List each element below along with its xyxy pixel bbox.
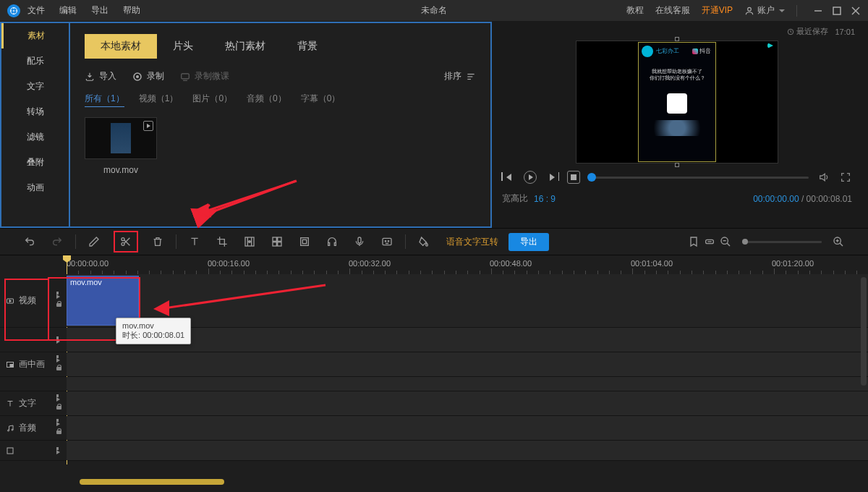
zoom-slider[interactable]: [742, 241, 822, 243]
maximize-button[interactable]: [832, 6, 842, 16]
lock-icon[interactable]: [56, 367, 64, 374]
track-head-pip[interactable]: 画中画: [0, 352, 67, 376]
next-frame-button[interactable]: [545, 171, 558, 184]
track-head-text[interactable]: 文字: [0, 391, 67, 415]
color-button[interactable]: [416, 234, 432, 250]
zoom-out-button[interactable]: [718, 234, 733, 250]
mute-icon[interactable]: [56, 419, 64, 426]
media-thumbnail[interactable]: [85, 117, 157, 159]
title-right: 教程 在线客服 开通VIP 账户: [626, 4, 861, 17]
close-button[interactable]: [851, 6, 861, 16]
track-body[interactable]: [67, 391, 868, 415]
progress-handle[interactable]: [587, 173, 596, 182]
mute-icon[interactable]: [56, 394, 64, 402]
prev-frame-button[interactable]: [502, 171, 515, 184]
scrollbar-thumb[interactable]: [80, 479, 224, 485]
media-tab-background[interactable]: 背景: [281, 34, 333, 59]
menu-edit[interactable]: 编辑: [59, 4, 77, 17]
freeze-button[interactable]: [297, 234, 312, 250]
crop-button[interactable]: [214, 234, 230, 250]
filter-video[interactable]: 视频（1）: [139, 93, 179, 107]
delete-button[interactable]: [150, 234, 166, 250]
dub-button[interactable]: [324, 234, 340, 250]
account-menu[interactable]: 账户: [744, 4, 785, 17]
menu-file[interactable]: 文件: [27, 4, 45, 17]
preview-stage[interactable]: 七彩办工 抖音 我就想帮助老板赚不了 你们打我的没有个什么？: [576, 41, 778, 164]
record-lesson-button[interactable]: 录制微课: [180, 70, 229, 82]
mute-icon[interactable]: [56, 292, 64, 299]
mosaic-button[interactable]: [242, 234, 258, 250]
menu-help[interactable]: 帮助: [123, 4, 140, 17]
cut-button[interactable]: [118, 234, 134, 250]
grid-button[interactable]: [269, 234, 285, 250]
sidebar-item-music[interactable]: 配乐: [1, 48, 69, 74]
video-icon: [6, 297, 14, 305]
marker-button[interactable]: [686, 234, 702, 250]
pen-button[interactable]: [86, 234, 102, 250]
sidebar-item-animation[interactable]: 动画: [1, 175, 69, 200]
menu-bar: 文件 编辑 导出 帮助: [27, 4, 140, 17]
sidebar-item-material[interactable]: 素材: [1, 23, 69, 48]
lock-icon[interactable]: [56, 303, 64, 310]
progress-track[interactable]: [589, 177, 809, 179]
track-body[interactable]: [67, 352, 868, 376]
watermark-text: 七彩办工: [656, 47, 679, 55]
aspect-value[interactable]: 16 : 9: [534, 194, 556, 204]
export-button[interactable]: 导出: [509, 233, 549, 251]
separator: [75, 234, 76, 249]
record-button[interactable]: 录制: [132, 70, 164, 82]
fit-button[interactable]: [702, 234, 718, 250]
resize-handle-top[interactable]: [675, 37, 679, 41]
media-tab-intro[interactable]: 片头: [157, 34, 209, 59]
sort-button[interactable]: 排序: [444, 70, 476, 82]
import-button[interactable]: 导入: [85, 70, 116, 82]
voice-button[interactable]: [352, 234, 367, 250]
text-tool-button[interactable]: [187, 234, 203, 250]
media-tab-local[interactable]: 本地素材: [85, 34, 157, 59]
sidebar-item-filter[interactable]: 滤镜: [1, 124, 69, 150]
zoom-in-button[interactable]: [830, 234, 846, 250]
sidebar-item-text[interactable]: 文字: [1, 74, 69, 99]
track-body-video[interactable]: mov.mov mov.mov 时长: 00:00:08.01: [67, 274, 868, 327]
horizontal-scrollbar[interactable]: [72, 479, 859, 486]
resize-handle-bottom[interactable]: [675, 163, 679, 167]
undo-button[interactable]: [22, 234, 38, 250]
mute-icon[interactable]: [56, 447, 64, 454]
track-body[interactable]: [67, 416, 868, 440]
link-service[interactable]: 在线客服: [655, 4, 690, 17]
minimize-button[interactable]: [813, 6, 823, 16]
lock-icon[interactable]: [56, 430, 64, 438]
filter-audio[interactable]: 音频（0）: [247, 93, 286, 107]
sidebar-item-transition[interactable]: 转场: [1, 99, 69, 124]
track-head-extra[interactable]: [0, 441, 67, 460]
volume-button[interactable]: [817, 171, 830, 184]
lock-icon[interactable]: [56, 406, 64, 413]
track-body[interactable]: [67, 441, 868, 460]
zoom-handle[interactable]: [742, 239, 748, 245]
ruler-label: 00:00:16.00: [208, 259, 250, 268]
svg-rect-35: [383, 238, 391, 245]
media-tab-hot[interactable]: 热门素材: [209, 34, 281, 59]
link-vip[interactable]: 开通VIP: [702, 4, 733, 17]
mute-icon[interactable]: [56, 336, 64, 344]
bucket-icon: [418, 236, 430, 247]
fullscreen-button[interactable]: [839, 171, 852, 184]
track-head-video[interactable]: 视频: [0, 274, 67, 327]
link-tutorial[interactable]: 教程: [626, 4, 644, 17]
filter-subtitle[interactable]: 字幕（0）: [301, 93, 341, 107]
scrollbar-thumb[interactable]: [861, 277, 867, 386]
voice-text-convert-button[interactable]: 语音文字互转: [446, 236, 498, 248]
vertical-scrollbar[interactable]: [861, 277, 867, 478]
filter-all[interactable]: 所有（1）: [85, 93, 124, 107]
filter-image[interactable]: 图片（0）: [192, 93, 232, 107]
mute-icon[interactable]: [56, 355, 64, 362]
menu-export[interactable]: 导出: [91, 4, 109, 17]
track-head-video-sub[interactable]: [0, 328, 67, 352]
redo-button[interactable]: [49, 234, 65, 250]
track-head-audio[interactable]: 音频: [0, 416, 67, 440]
sidebar-item-overlay[interactable]: 叠附: [1, 150, 69, 175]
stop-button[interactable]: [567, 171, 580, 184]
play-button[interactable]: [524, 171, 537, 184]
face-button[interactable]: [379, 234, 395, 250]
timeline-ruler[interactable]: 00:00:00.00 00:00:16.00 00:00:32.00 00:0…: [67, 255, 861, 274]
